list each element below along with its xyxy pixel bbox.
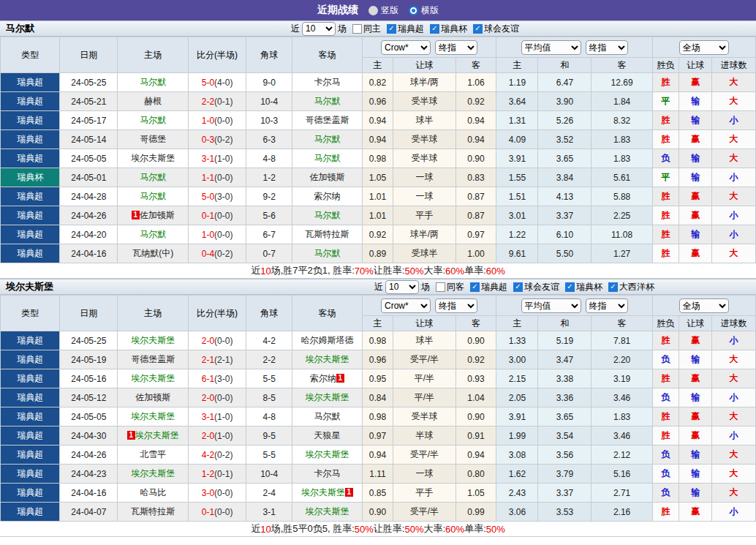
league-filter[interactable]: 瑞典杯 (565, 281, 602, 293)
fulltime-score: 6-1 (202, 374, 214, 384)
team-link[interactable]: 索尔纳 (310, 373, 336, 383)
sub-column-header: 和 (538, 316, 591, 331)
checkbox-icon[interactable] (430, 24, 439, 34)
final-odds-select[interactable]: 终指 (435, 40, 477, 55)
scope-select[interactable]: 全场 (679, 298, 729, 313)
team-link[interactable]: 埃尔夫斯堡 (305, 506, 349, 516)
bookmaker-select[interactable]: Crow* (381, 298, 431, 313)
team-link[interactable]: 埃尔夫斯堡 (135, 430, 179, 440)
checkbox-icon[interactable] (608, 282, 618, 292)
team-link[interactable]: 马尔默 (314, 210, 340, 220)
final-odds-select[interactable]: 终指 (435, 298, 477, 313)
result-handicap-cell: 输 (679, 446, 712, 465)
team-link[interactable]: 埃尔夫斯堡 (305, 449, 349, 459)
team-link[interactable]: 北雪平 (140, 449, 166, 459)
date-cell: 24-05-25 (60, 73, 118, 92)
handicap-line-cell: 平/半 (393, 388, 456, 407)
summary-segment: 50% (486, 524, 505, 535)
team-link[interactable]: 埃尔夫斯堡 (305, 392, 349, 402)
team-link[interactable]: 埃尔夫斯堡 (131, 373, 175, 383)
team-link[interactable]: 马尔默 (140, 229, 166, 239)
team-link[interactable]: 哈尔姆斯塔德 (300, 335, 353, 345)
team-link[interactable]: 卡尔马 (314, 77, 340, 87)
team-link[interactable]: 埃尔夫斯堡 (131, 153, 175, 163)
result-value: 赢 (691, 506, 700, 516)
checkbox-icon[interactable] (470, 282, 480, 292)
team-link[interactable]: 马尔默 (314, 153, 340, 163)
score-cell: 3-0(0-0) (188, 484, 246, 503)
fulltime-score: 3-1 (202, 412, 214, 422)
team-link[interactable]: 马尔默 (314, 96, 340, 106)
team-link[interactable]: 瓦纳默(中) (132, 248, 173, 258)
team-link[interactable]: 佐加顿斯 (140, 210, 175, 220)
team-link[interactable]: 埃尔夫斯堡 (131, 468, 175, 478)
league-filter[interactable]: 瑞典超 (470, 281, 507, 293)
team-link[interactable]: 哥德堡 (140, 134, 166, 144)
team-link[interactable]: 哥德堡盖斯 (305, 115, 349, 125)
same-venue-filter[interactable]: 同主 (352, 23, 381, 35)
corners-cell: 10-4 (246, 92, 292, 111)
team-link[interactable]: 佐加顿斯 (135, 392, 170, 402)
team-link[interactable]: 埃尔夫斯堡 (131, 411, 175, 421)
recent-results-panel: 近期战绩 竖版 横版 马尔默近10场同主瑞典超瑞典杯球会友谊类型日期主场比分(半… (0, 0, 756, 537)
team-link[interactable]: 哈马比 (140, 487, 166, 497)
team-link[interactable]: 埃尔夫斯堡 (301, 487, 345, 497)
avg-home-cell: 1.99 (496, 426, 538, 446)
team-link[interactable]: 马尔默 (314, 134, 340, 144)
league-filter[interactable]: 球会友谊 (513, 281, 559, 293)
team-link[interactable]: 瓦斯特拉斯 (131, 506, 175, 516)
average-select[interactable]: 平均值 (521, 40, 581, 55)
radio-icon[interactable] (409, 6, 418, 15)
team-link[interactable]: 赫根 (144, 96, 162, 106)
team-link[interactable]: 马尔默 (314, 411, 340, 421)
team-link[interactable]: 索尔纳 (314, 191, 340, 201)
team-link[interactable]: 天狼星 (314, 430, 340, 440)
team-link[interactable]: 马尔默 (140, 77, 166, 87)
checkbox-icon[interactable] (513, 282, 523, 292)
team-link[interactable]: 佐加顿斯 (309, 172, 344, 182)
league-filter[interactable]: 瑞典杯 (430, 23, 467, 35)
radio-icon[interactable] (368, 6, 378, 15)
league-filter[interactable]: 球会友谊 (473, 23, 519, 35)
layout-radio-vertical[interactable]: 竖版 (368, 4, 398, 17)
halftime-score: (0-0) (214, 336, 233, 346)
team-link[interactable]: 埃尔夫斯堡 (131, 335, 175, 345)
average-select[interactable]: 平均值 (521, 298, 581, 313)
team-link[interactable]: 埃尔夫斯堡 (305, 354, 349, 364)
checkbox-icon[interactable] (565, 282, 575, 292)
result-goals-cell: 小 (711, 111, 755, 130)
layout-radio-horizontal[interactable]: 横版 (409, 4, 439, 17)
league-filter[interactable]: 瑞典超 (387, 23, 424, 35)
team-link[interactable]: 马尔默 (314, 248, 340, 258)
match-count-select[interactable]: 10 (385, 280, 419, 294)
league-cell: 瑞典超 (1, 244, 60, 263)
bookmaker-select[interactable]: Crow* (381, 40, 431, 55)
team-link[interactable]: 马尔默 (140, 172, 166, 182)
checkbox-icon[interactable] (352, 24, 362, 34)
checkbox-icon[interactable] (473, 24, 483, 34)
league-filter[interactable]: 大西洋杯 (608, 281, 654, 293)
checkbox-icon[interactable] (436, 282, 445, 292)
red-card-badge: 1 (132, 211, 140, 219)
same-venue-filter[interactable]: 同客 (436, 281, 464, 293)
team-link[interactable]: 马尔默 (140, 115, 166, 125)
column-header: 类型 (1, 296, 60, 331)
result-handicap-cell: 输 (679, 149, 712, 168)
result-handicap-cell: 赢 (679, 369, 712, 388)
team-link[interactable]: 瓦斯特拉斯 (305, 229, 349, 239)
odds-home-cell: 1.05 (362, 168, 393, 187)
odds-away-cell: 0.90 (456, 331, 496, 350)
result-wdl-cell: 负 (652, 465, 679, 484)
avg-final-odds-select[interactable]: 终指 (586, 298, 628, 313)
handicap-line-cell: 受球半 (393, 244, 456, 263)
match-row: 瑞典超24-05-21赫根2-2(0-1)10-4马尔默0.96受半球0.923… (1, 92, 756, 111)
column-header: 角球 (246, 296, 292, 331)
checkbox-icon[interactable] (387, 24, 396, 34)
team-link[interactable]: 哥德堡盖斯 (131, 354, 175, 364)
match-count-select[interactable]: 10 (302, 22, 336, 36)
team-link[interactable]: 卡尔马 (314, 468, 340, 478)
team-link[interactable]: 马尔默 (140, 191, 166, 201)
handicap-line-cell: 受平/半 (393, 446, 456, 465)
avg-final-odds-select[interactable]: 终指 (586, 40, 628, 55)
scope-select[interactable]: 全场 (679, 40, 729, 55)
